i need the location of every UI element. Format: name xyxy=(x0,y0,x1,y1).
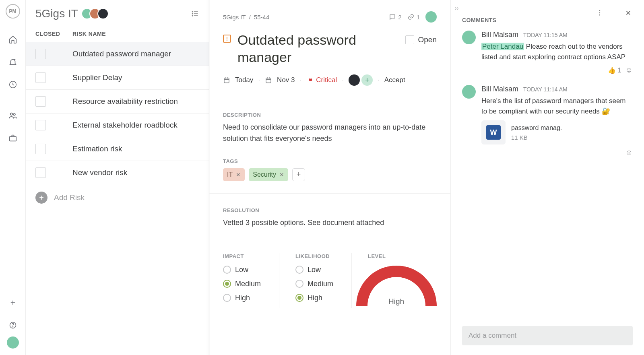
risk-name: New vendor risk xyxy=(72,168,127,177)
clock-icon[interactable] xyxy=(7,79,19,90)
closed-checkbox[interactable] xyxy=(35,120,46,130)
collapse-icon[interactable]: ›› xyxy=(455,5,458,11)
likelihood-high[interactable]: High xyxy=(295,294,339,302)
comment-timestamp: TODAY 11:15 AM xyxy=(523,32,568,38)
add-icon[interactable] xyxy=(7,297,19,308)
col-name[interactable]: RISK NAME xyxy=(72,31,199,37)
nav-rail: PM xyxy=(0,0,26,355)
comment-avatar[interactable] xyxy=(462,31,476,44)
svg-point-13 xyxy=(599,12,600,13)
risk-row[interactable]: Resource availability restriction xyxy=(26,89,209,113)
comments-panel: ›› COMMENTS Bill Malsam TODAY 11:15 AM P… xyxy=(451,0,644,355)
risk-name: Estimation risk xyxy=(72,144,122,153)
comment-text: Peter Landau Please reach out to the ven… xyxy=(481,41,633,62)
level-value: High xyxy=(356,297,437,306)
response[interactable]: Accept xyxy=(384,76,405,84)
breadcrumb-id[interactable]: 55-44 xyxy=(254,14,269,21)
svg-rect-4 xyxy=(9,136,16,141)
closed-checkbox[interactable] xyxy=(35,72,46,83)
attachment-size: 11 KB xyxy=(511,134,562,141)
risk-row[interactable]: External stakeholder roadblock xyxy=(26,113,209,137)
comment-input[interactable]: Add a comment xyxy=(462,326,633,345)
comment-avatar[interactable] xyxy=(462,85,476,99)
description-text[interactable]: Need to consolidate our password manager… xyxy=(223,122,437,144)
help-icon[interactable] xyxy=(7,320,19,331)
panel-actions xyxy=(588,0,644,26)
open-toggle[interactable]: Open xyxy=(405,35,437,44)
likelihood-medium[interactable]: Medium xyxy=(295,280,339,288)
assignee-avatar[interactable] xyxy=(425,11,437,23)
comment-item: Bill Malsam TODAY 11:14 AM Here's the li… xyxy=(462,85,633,157)
comment-author[interactable]: Bill Malsam xyxy=(481,31,518,39)
attachment-name: password manag. xyxy=(511,124,562,132)
project-title: 5Gigs IT xyxy=(35,7,78,20)
mention[interactable]: Peter Landau xyxy=(481,43,524,50)
add-tag-button[interactable]: + xyxy=(292,168,305,181)
svg-rect-10 xyxy=(224,78,229,83)
list-view-icon[interactable] xyxy=(191,10,199,18)
assignee-avatar[interactable] xyxy=(349,74,360,86)
bell-icon[interactable] xyxy=(7,56,19,68)
closed-checkbox[interactable] xyxy=(35,96,46,107)
briefcase-icon[interactable] xyxy=(7,132,19,144)
member-avatars[interactable] xyxy=(85,8,109,19)
resolution-text[interactable]: Vetted 3 possible options. See document … xyxy=(223,217,437,229)
more-icon[interactable] xyxy=(594,7,606,19)
svg-point-12 xyxy=(599,10,600,11)
risk-row[interactable]: New vendor risk xyxy=(26,161,209,184)
level-gauge: High xyxy=(368,266,425,306)
priority[interactable]: Critical xyxy=(306,76,337,84)
impact-high[interactable]: High xyxy=(223,294,267,302)
risk-name: Outdated password manager xyxy=(72,50,171,58)
attachment[interactable]: W password manag. 11 KB xyxy=(481,120,633,144)
likelihood-low[interactable]: Low xyxy=(295,266,339,274)
tag-chip[interactable]: Security✕ xyxy=(249,168,288,181)
tags-label: TAGS xyxy=(223,158,437,164)
svg-point-2 xyxy=(10,113,12,116)
risk-name: Supplier Delay xyxy=(72,73,122,82)
closed-checkbox[interactable] xyxy=(35,144,46,154)
add-reaction-icon[interactable]: ☺ xyxy=(625,149,633,157)
impact-medium[interactable]: Medium xyxy=(223,280,267,288)
risk-detail-panel: 5Gigs IT / 55-44 2 1 ! Outdated password… xyxy=(209,0,451,355)
people-icon[interactable] xyxy=(7,110,19,121)
svg-point-7 xyxy=(192,11,193,12)
remove-tag-icon[interactable]: ✕ xyxy=(236,171,241,178)
start-date[interactable]: Today xyxy=(235,76,253,84)
col-closed[interactable]: CLOSED xyxy=(35,31,72,37)
impact-low[interactable]: Low xyxy=(223,266,267,274)
risk-row[interactable]: Estimation risk xyxy=(26,137,209,161)
description-label: DESCRIPTION xyxy=(223,112,437,118)
user-avatar[interactable] xyxy=(7,336,19,349)
add-risk-button[interactable]: + Add Risk xyxy=(26,184,209,211)
closed-checkbox[interactable] xyxy=(35,49,46,59)
risk-row[interactable]: Supplier Delay xyxy=(26,66,209,89)
resolution-label: RESOLUTION xyxy=(223,207,437,213)
likelihood-label: LIKELIHOOD xyxy=(295,253,339,259)
breadcrumb-project[interactable]: 5Gigs IT xyxy=(223,14,246,21)
close-icon[interactable] xyxy=(622,7,634,19)
word-doc-icon: W xyxy=(481,120,506,144)
risk-title[interactable]: Outdated password manager xyxy=(237,31,399,66)
comment-author[interactable]: Bill Malsam xyxy=(481,85,518,93)
calendar-icon xyxy=(223,76,230,84)
home-icon[interactable] xyxy=(7,34,19,45)
add-reaction-icon[interactable]: ☺ xyxy=(625,66,633,74)
svg-point-8 xyxy=(192,13,193,14)
risk-name: External stakeholder roadblock xyxy=(72,121,178,130)
app-logo[interactable]: PM xyxy=(6,4,20,19)
reaction[interactable]: 👍1 xyxy=(608,66,621,74)
closed-checkbox[interactable] xyxy=(35,167,46,178)
comment-timestamp: TODAY 11:14 AM xyxy=(523,86,568,93)
add-assignee-button[interactable]: + xyxy=(361,74,373,86)
risk-row[interactable]: Outdated password manager xyxy=(26,42,209,66)
comment-count[interactable]: 2 xyxy=(389,13,401,21)
tag-chip[interactable]: IT✕ xyxy=(223,168,245,181)
fire-icon xyxy=(306,76,314,84)
open-label: Open xyxy=(418,35,437,44)
due-date[interactable]: Nov 3 xyxy=(277,76,295,84)
svg-point-14 xyxy=(599,14,600,15)
link-count[interactable]: 1 xyxy=(407,13,420,21)
remove-tag-icon[interactable]: ✕ xyxy=(279,171,284,178)
svg-point-9 xyxy=(192,15,193,16)
